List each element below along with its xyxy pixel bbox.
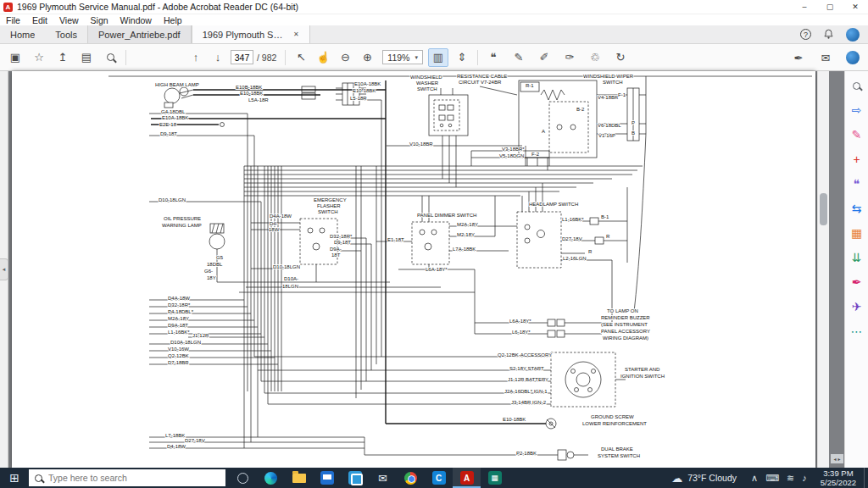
delete-icon[interactable]: ♲ [585, 48, 605, 67]
diagram-label: 18W [269, 227, 280, 232]
menu-view[interactable]: View [53, 15, 85, 25]
mail-taskbar-button[interactable]: ✉ [369, 468, 397, 488]
diagram-label: J3-14BR IGN-2 [511, 400, 547, 405]
help-icon[interactable]: ? [800, 29, 811, 40]
weather-text: 73°F Cloudy [687, 473, 737, 483]
search-icon [35, 474, 42, 482]
show-desktop-button[interactable] [864, 468, 868, 488]
tab-1969-plymouth-ser-[interactable]: 1969 Plymouth Ser...✕ [192, 25, 310, 43]
previous-page-icon[interactable]: ↑ [186, 48, 206, 67]
tray-network-icon[interactable]: ≋ [787, 473, 794, 484]
diagram-label: WIRING DIAGRAM) [603, 336, 648, 341]
edit-pdf-icon[interactable]: ✎ [852, 128, 862, 141]
minimize-button[interactable]: – [792, 0, 817, 14]
comment-icon[interactable]: ❝ [854, 177, 860, 191]
scrollbar-thumb[interactable] [820, 193, 827, 225]
file-explorer-taskbar-button[interactable] [285, 468, 313, 488]
tray-expand-icon[interactable]: ∧ [751, 473, 758, 484]
pencil-icon[interactable]: ✎ [509, 48, 529, 67]
account-icon[interactable] [843, 48, 863, 67]
tray-keyboard-icon[interactable]: ⌨ [765, 473, 779, 484]
fit-width-icon[interactable]: ▥ [428, 48, 448, 67]
app-1-taskbar-button[interactable] [229, 468, 257, 488]
edge-taskbar-button[interactable] [257, 468, 285, 488]
organize-pages-icon[interactable]: ▦ [851, 226, 862, 240]
diagram-label: LOWER REINFORCEMENT [582, 421, 647, 426]
star-icon[interactable]: ☆ [29, 48, 49, 67]
taskbar-clock[interactable]: 3:39 PM 5/25/2022 [813, 469, 864, 487]
menubar: FileEditViewSignWindowHelp [0, 14, 868, 25]
tab-tools[interactable]: Tools [45, 25, 87, 43]
menu-help[interactable]: Help [158, 15, 188, 25]
panel-toggle-arrow[interactable]: ◂ [0, 258, 8, 280]
save-icon[interactable]: ▣ [5, 48, 25, 67]
menu-sign[interactable]: Sign [85, 15, 114, 25]
diagram-label: REMINDER BUZZER [601, 315, 650, 320]
scroll-mode-icon[interactable]: ⇕ [452, 48, 472, 67]
page-number-input[interactable] [231, 50, 253, 64]
highlight-icon[interactable]: ✐ [534, 48, 554, 67]
hand-tool-icon[interactable]: ☝ [313, 48, 333, 67]
taskbar-search[interactable] [29, 469, 225, 486]
scroll-right-icon[interactable]: ▸ [838, 456, 841, 462]
highlighted-wire-trace [151, 80, 546, 424]
app-5-taskbar-button[interactable]: ▦ [481, 468, 509, 488]
menu-file[interactable]: File [0, 15, 26, 25]
diagram-label: D4A-18W [168, 296, 190, 301]
menu-window[interactable]: Window [114, 15, 158, 25]
find-icon[interactable] [100, 48, 120, 67]
fill-sign-icon[interactable]: ✑ [559, 48, 580, 67]
close-tab-icon[interactable]: ✕ [293, 30, 299, 38]
diagram-label: P2-18BK [516, 451, 537, 456]
toolbar-fit-group: ▥⇕ [428, 48, 472, 67]
app-2-taskbar-button[interactable] [313, 468, 341, 488]
close-button[interactable]: ✕ [843, 0, 868, 14]
combine-files-icon[interactable]: ⇆ [852, 202, 862, 215]
tray-volume-icon[interactable]: ♪ [802, 473, 807, 483]
diagram-label: E1-18T [387, 237, 404, 242]
app-4-taskbar-button[interactable]: C [425, 468, 453, 488]
zoom-level-dropdown[interactable]: 119% ▾ [382, 50, 423, 64]
diagram-label: (SEE INSTRUMENT [601, 322, 648, 327]
sign-pen-icon[interactable]: ✒ [788, 48, 809, 67]
print-icon[interactable]: ▤ [76, 48, 97, 67]
account-avatar[interactable] [846, 28, 860, 42]
zoom-in-icon[interactable]: ⊕ [357, 48, 377, 67]
create-pdf-icon[interactable]: + [853, 152, 860, 166]
compress-pdf-icon[interactable]: ⇊ [852, 251, 862, 264]
select-tool-icon[interactable]: ↖ [291, 48, 311, 67]
maximize-button[interactable]: ▢ [817, 0, 843, 14]
cloud-icon: ☁ [671, 472, 682, 485]
vertical-scrollbar[interactable] [817, 71, 829, 468]
horizontal-scroll-arrows[interactable]: ◂▸ [831, 454, 843, 463]
tab-power-antriebe-pdf[interactable]: Power_Antriebe.pdf [87, 25, 192, 43]
search-input[interactable] [48, 473, 201, 483]
app-3-taskbar-button[interactable] [341, 468, 369, 488]
toolbar: ▣☆↥▤ ↑↓ / 982 ↖☝⊖⊕ 119% ▾ ▥⇕ ❝✎✐✑♲↻ ✒✉ [0, 44, 868, 71]
magnifier-glyph [107, 53, 114, 61]
export-pdf-icon[interactable]: ⇨ [852, 103, 862, 117]
scroll-left-icon[interactable]: ◂ [833, 456, 836, 462]
chrome-taskbar-button[interactable] [397, 468, 425, 488]
comment-icon[interactable]: ❝ [483, 48, 504, 67]
send-signature-icon[interactable]: ✈ [852, 300, 862, 313]
diagram-label: A [542, 129, 545, 134]
search-tools-icon[interactable] [853, 79, 860, 92]
tab-home[interactable]: Home [0, 25, 45, 43]
zoom-out-icon[interactable]: ⊖ [335, 48, 355, 67]
acrobat-taskbar-button[interactable]: A [453, 468, 481, 488]
weather-widget[interactable]: ☁ 73°F Cloudy [663, 468, 745, 488]
diagram-label: IGNITION SWITCH [620, 374, 665, 379]
diagram-label: D10A- [284, 276, 298, 281]
notifications-bell-icon[interactable] [823, 29, 834, 40]
fill-sign-icon[interactable]: ✒ [852, 275, 862, 289]
refresh-icon[interactable]: ↻ [610, 48, 631, 67]
next-page-icon[interactable]: ↓ [208, 48, 228, 67]
menu-edit[interactable]: Edit [26, 15, 53, 25]
diagram-label: B [632, 130, 635, 136]
send-mail-icon[interactable]: ✉ [815, 48, 836, 67]
start-button[interactable]: ⊞ [0, 468, 29, 488]
share-icon[interactable]: ↥ [53, 48, 73, 67]
more-tools-icon[interactable]: ⋯ [851, 324, 863, 338]
diagram-label: CIRCUIT V7-24BR [459, 80, 502, 85]
